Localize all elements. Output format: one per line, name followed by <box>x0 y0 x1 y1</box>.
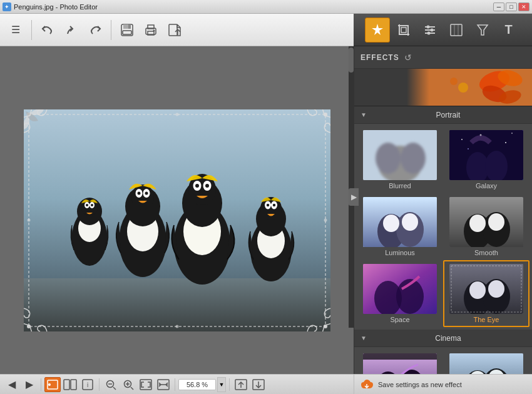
svg-point-7 <box>153 29 155 31</box>
panel-scrollbar-thumb[interactable] <box>349 48 354 73</box>
menu-button[interactable]: ☰ <box>5 19 26 41</box>
effect-blurred-thumb <box>363 130 437 180</box>
svg-point-81 <box>468 148 469 149</box>
panel-scrollbar-track[interactable] <box>349 46 354 328</box>
effect-the-eye[interactable]: The Eye <box>443 260 529 327</box>
svg-point-52 <box>272 203 275 206</box>
fit-button[interactable] <box>138 377 154 392</box>
save-bar[interactable]: Save settings as new effect <box>354 374 532 394</box>
svg-rect-17 <box>451 24 462 36</box>
svg-line-125 <box>131 387 133 390</box>
effects-reset-button[interactable]: ↺ <box>404 53 412 63</box>
effects-preview-strip <box>354 69 532 106</box>
effect-space[interactable]: Space <box>357 260 443 327</box>
svg-point-71 <box>450 78 458 85</box>
svg-point-100 <box>469 281 486 299</box>
effects-list[interactable]: ▼ Portrait <box>354 106 532 394</box>
svg-point-77 <box>461 139 463 140</box>
effects-label: EFFECTS <box>361 53 399 62</box>
cinema-section-header[interactable]: ▼ Cinema <box>354 330 532 347</box>
effect-galaxy-label: Galaxy <box>476 182 497 189</box>
svg-point-114 <box>48 383 51 386</box>
zoom-dropdown-button[interactable]: ▼ <box>217 377 226 392</box>
svg-line-121 <box>113 387 116 390</box>
svg-rect-3 <box>123 31 131 34</box>
right-toolbar: T <box>354 14 532 46</box>
svg-point-70 <box>458 83 468 93</box>
svg-point-16 <box>427 31 430 34</box>
effect-galaxy[interactable]: Galaxy <box>443 126 529 193</box>
info-button[interactable]: i <box>79 377 96 392</box>
svg-rect-8 <box>169 24 177 36</box>
svg-rect-2 <box>128 24 131 29</box>
prev-button[interactable]: ◀ <box>4 377 20 392</box>
enhance-tool-button[interactable] <box>365 18 390 43</box>
save-button[interactable] <box>116 19 138 41</box>
svg-point-79 <box>505 142 506 143</box>
export-button[interactable] <box>164 19 185 41</box>
undo-button[interactable] <box>37 19 58 41</box>
actual-size-button[interactable] <box>155 377 171 392</box>
svg-rect-1 <box>123 24 128 29</box>
effect-blurred[interactable]: Blurred <box>357 126 443 193</box>
effect-the-eye-thumb <box>449 264 523 314</box>
bb-sep-3 <box>175 378 175 391</box>
bb-sep-4 <box>229 378 230 391</box>
cinema-arrow-icon: ▼ <box>361 335 367 341</box>
app-icon: ✦ <box>3 3 11 11</box>
redo-button[interactable] <box>84 19 106 41</box>
svg-point-93 <box>488 213 504 231</box>
svg-point-15 <box>430 28 433 31</box>
filter-tool-button[interactable] <box>470 18 495 43</box>
minimize-button[interactable]: ─ <box>493 3 504 11</box>
single-view-button[interactable] <box>44 377 61 392</box>
text-tool-button[interactable]: T <box>496 18 521 43</box>
save-effect-label: Save settings as new effect <box>378 381 462 388</box>
main-content: EFFECTS ↺ <box>0 46 532 394</box>
effect-smooth-label: Smooth <box>474 249 498 256</box>
svg-rect-115 <box>64 380 69 390</box>
svg-point-32 <box>131 184 154 210</box>
bottom-bar: ◀ ▶ i 56.8 % ▼ <box>0 374 354 394</box>
close-button[interactable]: ✕ <box>518 3 529 11</box>
svg-text:i: i <box>87 381 88 388</box>
svg-rect-104 <box>363 353 437 360</box>
svg-point-101 <box>488 280 504 298</box>
effects-header: EFFECTS ↺ <box>354 46 532 69</box>
portrait-arrow-icon: ▼ <box>361 111 367 118</box>
resize-tool-button[interactable] <box>444 18 469 43</box>
bb-sep-1 <box>41 378 41 391</box>
effect-space-thumb <box>363 264 437 314</box>
effect-galaxy-thumb <box>449 130 523 180</box>
undo2-button[interactable] <box>61 19 82 41</box>
photo-container <box>24 109 330 331</box>
effect-the-eye-label: The Eye <box>474 316 499 323</box>
import-button[interactable] <box>250 377 267 392</box>
export2-button[interactable] <box>233 377 249 392</box>
print-button[interactable] <box>140 19 161 41</box>
panel-expand-button[interactable]: ▶ <box>349 188 359 206</box>
svg-point-44 <box>205 184 209 188</box>
svg-point-92 <box>469 215 486 232</box>
canvas-area[interactable] <box>0 46 354 394</box>
titlebar: ✦ Penguins.jpg - Photo Editor ─ □ ✕ <box>0 0 532 14</box>
svg-point-74 <box>376 143 401 174</box>
zoom-out-button[interactable] <box>103 377 119 392</box>
svg-rect-116 <box>71 380 76 390</box>
effect-smooth[interactable]: Smooth <box>443 193 529 260</box>
maximize-button[interactable]: □ <box>506 3 517 11</box>
right-panel: EFFECTS ↺ <box>354 46 532 394</box>
svg-point-88 <box>402 213 418 231</box>
main-photo <box>24 109 330 331</box>
portrait-section-header[interactable]: ▼ Portrait <box>354 106 532 124</box>
crop-tool-button[interactable] <box>391 18 416 43</box>
zoom-in-button[interactable] <box>120 377 136 392</box>
svg-point-36 <box>145 191 148 194</box>
window-title: Penguins.jpg - Photo Editor <box>14 3 98 11</box>
next-button[interactable]: ▶ <box>21 377 38 392</box>
adjust-tool-button[interactable] <box>417 18 442 43</box>
save-effect-icon <box>361 378 373 391</box>
svg-marker-18 <box>478 25 488 35</box>
effect-luminous[interactable]: Luminous <box>357 193 443 260</box>
compare-view-button[interactable] <box>62 377 78 392</box>
